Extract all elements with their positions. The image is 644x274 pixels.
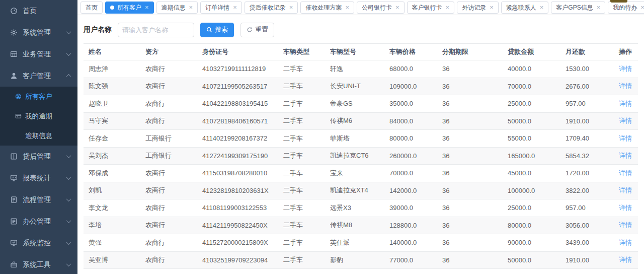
customer-name-input[interactable]	[118, 23, 194, 37]
tab-0[interactable]: 首页	[80, 2, 103, 14]
cell-term: 36	[442, 117, 508, 125]
cell-loan: 45000.0	[508, 169, 566, 177]
tab-label: 贷后催收记录	[250, 2, 286, 13]
app-window: 首页系统管理业务管理客户管理所有客户我的逾期逾期信息贷后管理报表统计流程管理办公…	[0, 0, 644, 274]
tab-3[interactable]: 订单详情×	[200, 2, 242, 14]
cell-name: 吴亚博	[89, 255, 145, 264]
cell-loan: 50000.0	[508, 256, 566, 264]
column-header-5: 车辆价格	[389, 47, 442, 56]
reset-button[interactable]: 重置	[240, 23, 274, 37]
sidebar-item-2[interactable]: 业务管理	[0, 43, 77, 65]
detail-link[interactable]: 详情	[619, 169, 632, 177]
sidebar-item-5[interactable]: 报表统计	[0, 167, 77, 189]
chevron-down-icon	[66, 175, 71, 180]
tab-close-icon[interactable]: ×	[446, 4, 450, 11]
tab-8[interactable]: 外访记录×	[457, 2, 499, 14]
tab-6[interactable]: 公司银行卡×	[357, 2, 405, 14]
chevron-down-icon	[66, 51, 71, 56]
cell-term: 36	[442, 239, 508, 246]
tab-close-icon[interactable]: ×	[289, 4, 293, 11]
cell-vehicle_type: 二手车	[283, 116, 330, 125]
tab-5[interactable]: 催收处理方案×	[300, 2, 354, 14]
submenu-item-1[interactable]: 我的逾期	[0, 106, 77, 126]
sidebar-item-7[interactable]: 办公管理	[0, 211, 77, 232]
sidebar-item-9[interactable]: 系统工具	[0, 254, 77, 274]
tab-1[interactable]: 所有客户×	[105, 2, 154, 14]
cell-funder: 农商行	[145, 238, 202, 247]
monitor-icon	[10, 239, 18, 247]
detail-link[interactable]: 详情	[619, 117, 632, 124]
cell-monthly: 1720.00	[566, 169, 608, 177]
column-header-4: 车辆型号	[330, 47, 389, 56]
tab-close-icon[interactable]: ×	[395, 4, 399, 11]
cell-model: 帝豪GS	[330, 99, 389, 108]
cell-name: 刘凯	[89, 186, 145, 195]
sidebar-item-8[interactable]: 系统监控	[0, 232, 77, 254]
cell-price: 142000.0	[389, 187, 442, 194]
submenu-item-2[interactable]: 逾期信息	[0, 126, 77, 146]
detail-link[interactable]: 详情	[619, 256, 632, 263]
sidebar-item-0[interactable]: 首页	[0, 0, 77, 22]
table-row: 陈文强农商行410721199505263517二手车长安UNI-T109000…	[84, 78, 638, 96]
detail-link[interactable]: 详情	[619, 134, 632, 142]
cell-funder: 农商行	[145, 64, 202, 74]
detail-link[interactable]: 详情	[619, 65, 632, 73]
sidebar-item-1[interactable]: 系统管理	[0, 22, 77, 43]
sidebar-item-6[interactable]: 流程管理	[0, 189, 77, 211]
cell-term: 36	[442, 65, 508, 73]
detail-link[interactable]: 详情	[619, 82, 632, 90]
tab-11[interactable]: 我的待办×	[608, 2, 644, 14]
tab-close-icon[interactable]: ×	[597, 4, 601, 11]
sidebar-item-4[interactable]: 贷后管理	[0, 146, 77, 167]
tab-close-icon[interactable]: ×	[233, 4, 237, 11]
cell-loan: 90000.0	[508, 239, 566, 246]
detail-link[interactable]: 详情	[619, 204, 632, 212]
cell-monthly: 5854.32	[566, 152, 608, 160]
tab-4[interactable]: 贷后催收记录×	[245, 2, 298, 14]
table-row: 邓保成农商行411503198708280010二手车宝来70000.03645…	[84, 165, 638, 182]
column-header-6: 分期期限	[442, 47, 508, 56]
tab-7[interactable]: 客户银行卡×	[407, 2, 455, 14]
tab-close-icon[interactable]: ×	[345, 4, 349, 11]
detail-link[interactable]: 详情	[619, 100, 632, 107]
chevron-down-icon	[66, 153, 71, 158]
tab-close-icon[interactable]: ×	[540, 4, 544, 11]
tab-2[interactable]: 逾期信息×	[156, 2, 198, 14]
cell-id_number: 41232819810203631X	[202, 187, 283, 194]
tab-label: 公司银行卡	[362, 2, 392, 13]
cell-name: 任存金	[89, 134, 145, 143]
cell-funder: 农商行	[145, 203, 202, 213]
sidebar-item-3[interactable]: 客户管理	[0, 65, 77, 87]
main-area: 首页所有客户×逾期信息×订单详情×贷后催收记录×催收处理方案×公司银行卡×客户银…	[77, 0, 644, 274]
cell-monthly: 1910.00	[566, 117, 608, 125]
tab-9[interactable]: 紧急联系人×	[501, 2, 549, 14]
cell-name: 黄强	[89, 238, 145, 247]
detail-link[interactable]: 详情	[619, 239, 632, 246]
cell-action: 详情	[608, 116, 633, 125]
tab-close-icon[interactable]: ×	[145, 4, 149, 11]
cell-price: 260000.0	[389, 152, 442, 160]
chevron-down-icon	[66, 218, 71, 223]
tab-close-icon[interactable]: ×	[490, 4, 494, 11]
detail-link[interactable]: 详情	[619, 186, 632, 194]
table-row: 任存金工商银行411402199208167372二手车菲斯塔80000.036…	[84, 130, 638, 148]
detail-link[interactable]: 详情	[619, 221, 632, 229]
submenu-item-0[interactable]: 所有客户	[0, 87, 77, 106]
tab-close-icon[interactable]: ×	[189, 4, 193, 11]
tab-close-icon[interactable]: ×	[640, 4, 644, 11]
cell-model: 凯迪拉克CT6	[330, 151, 389, 160]
search-button[interactable]: 搜索	[200, 23, 234, 37]
cell-monthly: 1530.00	[566, 65, 608, 73]
tab-10[interactable]: 客户GPS信息×	[551, 2, 605, 14]
cell-model: 远景X3	[330, 203, 389, 213]
cell-name: 邓保成	[89, 169, 145, 178]
cell-price: 80000.0	[389, 134, 442, 142]
detail-link[interactable]: 详情	[619, 152, 632, 159]
cell-loan: 25000.0	[508, 100, 566, 107]
sidebar-item-label: 系统监控	[23, 239, 51, 248]
tab-label: 订单详情	[205, 2, 229, 13]
cell-id_number: 411081199003122553	[202, 204, 283, 212]
cell-model: 影豹	[330, 255, 389, 264]
table-header-row: 姓名资方身份证号车辆类型车辆型号车辆价格分期期限贷款金额月还款操作	[84, 44, 638, 60]
sidebar-item-label: 流程管理	[23, 195, 51, 204]
